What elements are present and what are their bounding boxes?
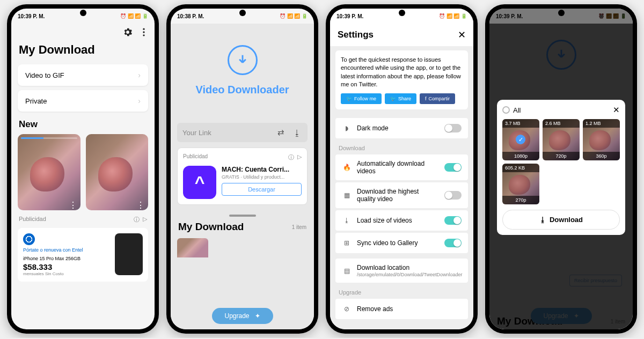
hq-icon: ▦	[342, 190, 352, 200]
new-heading: New	[11, 114, 155, 134]
share-button[interactable]: 🐦Share	[385, 93, 416, 105]
folder-icon: ▤	[342, 266, 352, 276]
svg-point-0	[143, 28, 144, 30]
file-size: 3.7 MB	[502, 119, 539, 128]
settings-title: Settings	[338, 30, 374, 40]
fire-icon: 🔥	[342, 163, 352, 172]
thumbnail-more-icon[interactable]: ⋮	[136, 204, 145, 207]
my-download-heading: My Download	[178, 221, 244, 233]
video-thumbnail[interactable]: ⋮	[86, 134, 149, 210]
sync-gallery-setting[interactable]: ⊞ Sync video to Gallery	[335, 233, 468, 253]
settings-info-text: To get the quickest response to issues e…	[341, 56, 463, 89]
ad-label: Publicidad	[19, 216, 46, 224]
upgrade-group-label: Upgrade	[330, 284, 473, 298]
chevron-right-icon: ›	[138, 71, 141, 79]
sheet-handle[interactable]	[229, 215, 256, 217]
close-icon[interactable]: ✕	[458, 29, 466, 41]
ad-info-icon[interactable]: ⓘ	[288, 153, 294, 161]
svg-point-1	[143, 31, 144, 33]
moon-icon: ◗	[342, 123, 352, 133]
ad-choices-icon[interactable]: ▷	[143, 216, 147, 224]
file-size: 2.6 MB	[543, 119, 580, 128]
more-icon[interactable]	[138, 27, 149, 38]
upgrade-button[interactable]: Upgrade✦	[211, 308, 273, 324]
ad-card[interactable]: Publicidad ⓘ ▷ ^ MACH: Cuenta Corri... G…	[177, 148, 308, 205]
dark-mode-toggle[interactable]	[444, 124, 462, 132]
ad-choices-icon[interactable]: ▷	[297, 153, 302, 161]
page-title: My Download	[11, 41, 155, 62]
sparkle-icon: ✦	[255, 312, 260, 320]
selected-check-icon: ✓	[516, 135, 525, 144]
ad-product-image	[115, 233, 143, 275]
resolution-label: 270p	[502, 196, 539, 204]
thumbnail-more-icon[interactable]: ⋮	[69, 204, 77, 207]
gear-icon[interactable]	[122, 27, 133, 38]
quality-selector-modal: All ✕ 3.7 MB✓1080p2.6 MB720p1.2 MB360p60…	[497, 100, 625, 235]
download-icon[interactable]: ⭳	[291, 127, 302, 138]
ad-info-icon[interactable]: ⓘ	[134, 216, 140, 224]
close-icon[interactable]: ✕	[613, 105, 620, 115]
resolution-label: 360p	[583, 152, 620, 160]
auto-download-setting[interactable]: 🔥 Automatically download videos	[335, 154, 468, 180]
ad-download-button[interactable]: Descargar	[222, 183, 302, 196]
svg-point-2	[143, 34, 144, 36]
follow-me-button[interactable]: 🐦Follow me	[341, 93, 382, 105]
video-thumbnail[interactable]: ⋮	[18, 134, 80, 210]
select-all-radio[interactable]	[502, 106, 510, 114]
app-title: Video Downloader	[171, 84, 314, 96]
video-thumbnail[interactable]	[177, 238, 208, 257]
download-group-label: Download	[330, 139, 473, 153]
quality-option[interactable]: 2.6 MB720p	[543, 119, 580, 160]
dark-mode-setting[interactable]: ◗ Dark mode	[335, 118, 468, 138]
quality-option[interactable]: 605.2 KB270p	[502, 164, 539, 205]
auto-download-toggle[interactable]	[444, 163, 462, 172]
file-size: 605.2 KB	[502, 164, 539, 172]
app-logo-icon	[228, 45, 258, 75]
resolution-label: 720p	[543, 152, 580, 160]
link-input[interactable]: Your Link	[182, 129, 270, 137]
sync-gallery-toggle[interactable]	[444, 239, 462, 247]
resolution-label: 1080p	[502, 152, 539, 160]
private-button[interactable]: Private›	[18, 90, 148, 112]
file-size: 1.2 MB	[583, 119, 620, 128]
load-size-toggle[interactable]	[444, 216, 462, 225]
compartir-button[interactable]: fCompartir	[420, 93, 455, 105]
download-location-setting[interactable]: ▤ Download location /storage/emulated/0/…	[335, 259, 468, 283]
quality-option[interactable]: 3.7 MB✓1080p	[502, 119, 539, 160]
remove-ads-setting[interactable]: ⊘ Remove ads	[335, 299, 468, 319]
video-to-gif-button[interactable]: Video to GIF›	[18, 64, 148, 86]
all-label: All	[513, 106, 521, 114]
entel-logo-icon	[23, 233, 35, 245]
download-button[interactable]: ⭳ Download	[502, 210, 620, 230]
paste-link-icon[interactable]: ⇄	[275, 127, 286, 138]
mach-app-icon: ^	[183, 166, 216, 199]
gallery-icon: ⊞	[342, 238, 352, 248]
quality-option[interactable]: 1.2 MB360p	[583, 119, 620, 160]
load-size-setting[interactable]: ⭳ Load size of videos	[335, 210, 468, 231]
download-size-icon: ⭳	[342, 216, 352, 225]
highest-quality-toggle[interactable]	[444, 191, 462, 200]
ad-banner[interactable]: Pórtate o renueva con Entel iPhone 15 Pr…	[18, 228, 148, 282]
highest-quality-setting[interactable]: ▦ Download the highest quality video	[335, 182, 468, 208]
download-icon: ⭳	[539, 216, 546, 224]
chevron-right-icon: ›	[138, 97, 141, 105]
no-ads-icon: ⊘	[342, 304, 352, 314]
